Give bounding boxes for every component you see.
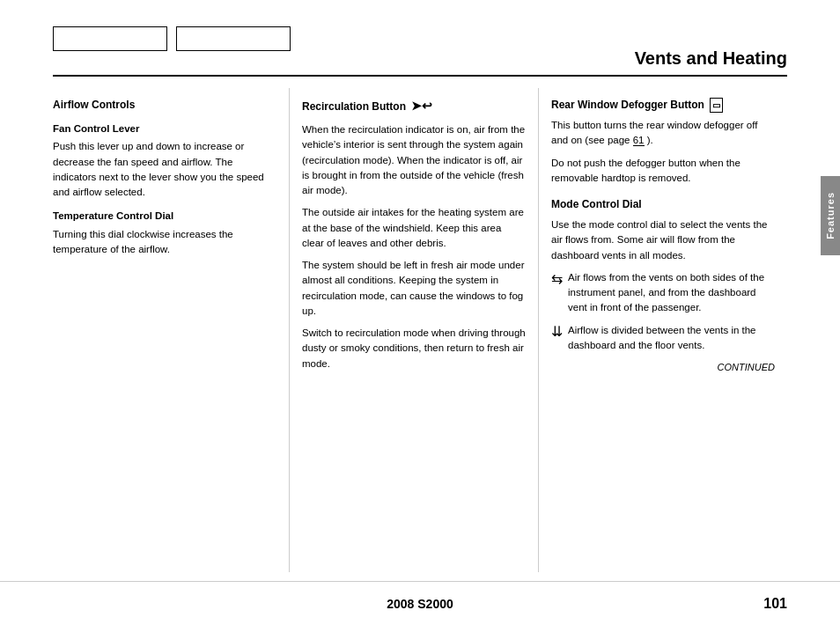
col3: Rear Window Defogger Button ▭ This butto… — [538, 88, 787, 572]
col2-heading-text: Recirculation Button — [302, 99, 406, 114]
defogger-heading-text: Rear Window Defogger Button — [551, 97, 704, 113]
footer-center: 2008 S2000 — [387, 597, 453, 611]
col1-fan-title: Fan Control Lever — [53, 121, 276, 136]
defogger-icon: ▭ — [710, 98, 723, 113]
col1-section-title: Airflow Controls — [53, 97, 276, 113]
recirc-icon: ➤↩ — [411, 97, 432, 115]
col2-para4: Switch to recirculation mode when drivin… — [302, 326, 526, 371]
col2-para3: The system should be left in fresh air m… — [302, 258, 526, 319]
side-tab-label: Features — [825, 192, 836, 239]
defogger-body-text: This button turns the rear window defogg… — [551, 120, 757, 145]
defogger-page-link[interactable]: 61 — [633, 135, 645, 146]
mode-control-body: Use the mode control dial to select the … — [551, 217, 775, 263]
footer-page-number: 101 — [717, 596, 787, 612]
col1-fan-body: Push this lever up and down to increase … — [53, 139, 276, 200]
airflow-text-1: Air flows from the vents on both sides o… — [568, 270, 775, 316]
col2-para2: The outside air intakes for the heating … — [302, 205, 526, 251]
page-title-area: Vents and Heating — [635, 48, 787, 69]
airflow-item-1: ⇆ Air flows from the vents on both sides… — [551, 270, 775, 316]
page-container: Vents and Heating Features Airflow Contr… — [0, 0, 840, 625]
col2-para1: When the recirculation indicator is on, … — [302, 122, 526, 198]
airflow-arrow-icon-1: ⇆ — [551, 268, 563, 290]
col2: Recirculation Button ➤↩ When the recircu… — [289, 88, 538, 572]
defogger-body-text2: ). — [645, 135, 653, 145]
airflow-text-2: Airflow is divided between the vents in … — [568, 323, 775, 354]
col1-temp-title: Temperature Control Dial — [53, 209, 276, 224]
defogger-heading: Rear Window Defogger Button ▭ — [551, 97, 775, 113]
airflow-item-2: ⇊ Airflow is divided between the vents i… — [551, 323, 775, 354]
content-area: Airflow Controls Fan Control Lever Push … — [53, 88, 787, 572]
tab-2[interactable] — [176, 26, 291, 51]
page-title: Vents and Heating — [635, 48, 787, 69]
side-tab: Features — [821, 176, 840, 255]
mode-control-heading: Mode Control Dial — [551, 196, 775, 212]
tab-1[interactable] — [53, 26, 167, 51]
col1-temp-body: Turning this dial clockwise increases th… — [53, 227, 276, 258]
defogger-body: This button turns the rear window defogg… — [551, 118, 775, 149]
title-rule — [53, 75, 787, 77]
continued-text: CONTINUED — [551, 360, 775, 375]
footer: 2008 S2000 101 — [0, 581, 840, 625]
airflow-arrow-icon-2: ⇊ — [551, 321, 563, 342]
defogger-do-not: Do not push the defogger button when the… — [551, 156, 775, 187]
col2-heading: Recirculation Button ➤↩ — [302, 97, 526, 115]
top-tabs — [53, 26, 291, 51]
col1: Airflow Controls Fan Control Lever Push … — [53, 88, 289, 572]
